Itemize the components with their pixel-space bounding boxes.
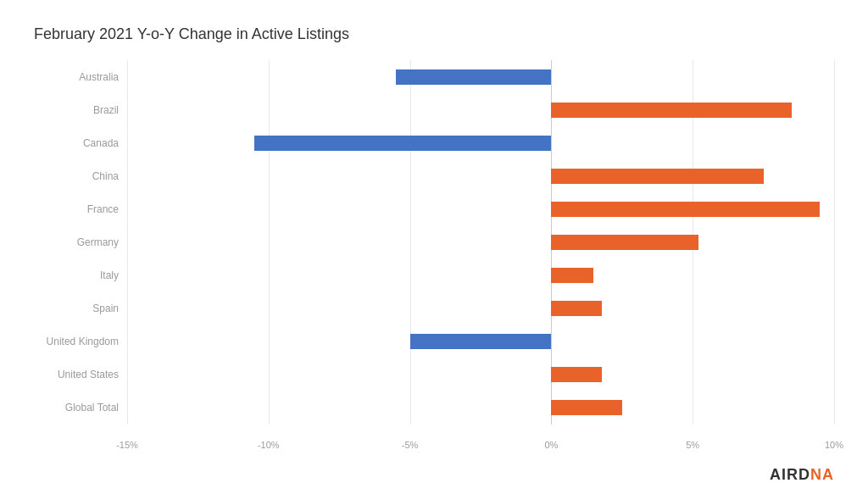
bar-rows: [127, 60, 834, 425]
x-axis-label: 5%: [686, 440, 699, 450]
logo-air: AIRD: [770, 466, 810, 483]
plot-area: -15%-10%-5%0%5%10%: [127, 60, 834, 450]
y-label: Global Total: [34, 402, 127, 413]
y-label: Australia: [34, 72, 127, 82]
bar-row: [127, 397, 834, 418]
grid-line: [834, 60, 835, 425]
bar-row: [127, 265, 834, 286]
y-axis-labels: AustraliaBrazilCanadaChinaFranceGermanyI…: [34, 60, 127, 450]
bar-row: [127, 232, 834, 253]
bars-container: -15%-10%-5%0%5%10%: [127, 60, 834, 450]
bar: [551, 202, 820, 217]
airdna-logo: AIRDNA: [770, 466, 834, 484]
bar: [551, 367, 602, 382]
y-label: Canada: [34, 138, 127, 148]
bar: [551, 400, 621, 415]
bar: [396, 69, 551, 85]
bar: [551, 235, 698, 250]
x-axis-label: 10%: [825, 440, 843, 450]
y-label: France: [34, 204, 127, 214]
bar: [551, 268, 593, 283]
chart-container: February 2021 Y-o-Y Change in Active Lis…: [0, 0, 868, 494]
bar: [410, 334, 552, 349]
x-axis-label: -15%: [116, 440, 138, 450]
bar: [551, 169, 763, 184]
bar-row: [127, 133, 834, 153]
x-axis-label: 0%: [544, 440, 558, 450]
bar-row: [127, 100, 834, 120]
y-label: United Kingdom: [34, 336, 127, 347]
bar-row: [127, 166, 834, 186]
bar-row: [127, 199, 834, 219]
bar: [551, 103, 792, 118]
bar: [254, 136, 551, 151]
y-label: Germany: [34, 237, 127, 247]
x-axis-label: -5%: [402, 440, 419, 450]
bar-row: [127, 364, 834, 385]
y-label: United States: [34, 369, 127, 380]
x-axis-label: -10%: [258, 440, 280, 450]
y-label: Spain: [34, 303, 127, 314]
logo-dna: NA: [810, 466, 834, 483]
y-label: Brazil: [34, 105, 127, 115]
bar-row: [127, 298, 834, 319]
y-label: Italy: [34, 270, 127, 280]
bar-row: [127, 67, 834, 87]
bar-row: [127, 331, 834, 352]
chart-area: AustraliaBrazilCanadaChinaFranceGermanyI…: [34, 60, 834, 450]
bar: [551, 301, 602, 316]
y-label: China: [34, 171, 127, 181]
chart-title: February 2021 Y-o-Y Change in Active Lis…: [34, 25, 834, 43]
x-axis-labels: -15%-10%-5%0%5%10%: [127, 425, 834, 450]
